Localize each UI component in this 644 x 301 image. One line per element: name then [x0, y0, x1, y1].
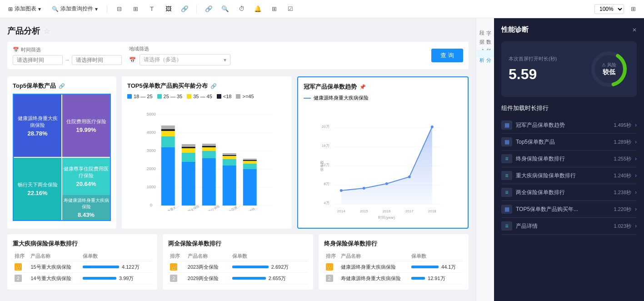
check-icon-btn[interactable]: ☑	[284, 3, 297, 15]
comp-item-5[interactable]: ≡ 两全保险保单数排行 1.238秒 ›	[501, 184, 637, 201]
comp-time-7: 1.023秒	[614, 223, 631, 230]
svg-text:2017: 2017	[405, 209, 413, 213]
bar-cell: 3.99万	[83, 275, 150, 282]
image-icon-btn[interactable]: 🖼	[162, 3, 175, 15]
comp-item-6[interactable]: ▦ TOP5保单数产品购买年... 1.220秒 ›	[501, 201, 637, 218]
add-query-button[interactable]: 🔍 添加查询控件 ▾	[48, 3, 101, 15]
svg-text:保单数: 保单数	[320, 161, 324, 171]
svg-rect-22	[182, 144, 195, 147]
list-icon-5: ≡	[505, 189, 508, 196]
table-row: 👑 2023两全保险 2.692万	[168, 261, 307, 273]
svg-rect-20	[182, 148, 195, 153]
rank-col-header3: 排序	[324, 251, 339, 261]
bar-cell: 2.692万	[232, 264, 306, 271]
svg-rect-27	[202, 146, 216, 147]
top5-title-row: Top5保单数产品 🔗	[13, 82, 111, 90]
top5-bar-title: TOP5保单数产品购买年龄分布	[127, 82, 208, 90]
svg-rect-40	[243, 159, 257, 160]
vtab-field[interactable]: 字段	[477, 23, 494, 30]
svg-rect-39	[243, 160, 257, 161]
comp-arrow-7: ›	[635, 223, 637, 229]
zoom-select[interactable]: 100%	[594, 4, 624, 14]
fit-icon-btn[interactable]: ⊞	[627, 3, 639, 15]
time-to-input[interactable]	[72, 55, 122, 65]
vtab-data[interactable]: 数据	[477, 32, 494, 39]
top5-bar-card: TOP5保单数产品购买年龄分布 🔗 18 — 25 25 — 35 35 — 4…	[122, 76, 292, 229]
list-icon-4: ≡	[505, 172, 508, 179]
top5-bar-link-icon[interactable]: 🔗	[210, 83, 217, 89]
alert-icon-btn[interactable]: 🔔	[251, 3, 264, 15]
link-icon-btn[interactable]: 🔗	[178, 3, 191, 15]
comp-arrow-1: ›	[635, 122, 637, 128]
champion-pin-icon[interactable]: 📌	[359, 84, 366, 90]
svg-text:16万: 16万	[321, 144, 329, 148]
two-complete-title: 两全保险保单数排行	[168, 240, 307, 248]
rank-badge-silver2: 2	[170, 275, 177, 282]
comp-arrow-3: ›	[635, 156, 637, 162]
text-icon-btn[interactable]: T	[145, 3, 158, 15]
region-calendar-icon: 📅	[129, 57, 136, 63]
add-chart-button[interactable]: ⊞ 添加图表 ▾	[5, 3, 45, 15]
share-icon-btn[interactable]: 🔗	[202, 3, 215, 15]
favorite-icon[interactable]: ☆	[44, 27, 50, 35]
comp-item-2[interactable]: ▦ Top5保单数产品 1.289秒 ›	[501, 134, 637, 150]
risk-icon: ⚠ 风险	[602, 62, 616, 68]
comp-icon-4: ≡	[501, 171, 512, 180]
svg-text:3000: 3000	[147, 148, 156, 153]
svg-rect-18	[182, 162, 195, 206]
count-col-header3: 保单数	[409, 251, 463, 261]
bar-fill	[411, 266, 439, 268]
add-query-icon: 🔍	[52, 6, 59, 12]
divider-1	[107, 5, 107, 14]
bar-chart-icon-1: ▦	[504, 122, 509, 128]
vtab-analysis[interactable]: 分析	[477, 50, 494, 57]
perf-close-icon[interactable]: ✕	[632, 27, 637, 33]
history-icon-btn[interactable]: ⏱	[235, 3, 248, 15]
vtab-style[interactable]: 样式	[477, 41, 494, 48]
critical-illness-title: 重大疾病保险保单数排行	[13, 240, 152, 248]
query-dropdown-icon: ▾	[95, 6, 98, 12]
search-icon-btn[interactable]: 🔍	[219, 3, 231, 15]
bar-cell: 44.1万	[411, 264, 461, 271]
comp-item-4[interactable]: ≡ 重大疾病保险保单数排行 1.240秒 ›	[501, 167, 637, 184]
champion-line-card: 冠军产品保单数趋势 📌 健康源终身重大疾病保险 4万 8万 12万 16万 20…	[297, 76, 469, 229]
toolbar-right: 100% ⊞	[594, 3, 639, 15]
rank-badge-gold: 👑	[15, 263, 22, 271]
comp-item-7[interactable]: ≡ 产品详情 1.023秒 ›	[501, 218, 637, 235]
comp-arrow-5: ›	[635, 189, 637, 196]
top5-link-icon[interactable]: 🔗	[59, 83, 65, 89]
champion-title: 冠军产品保单数趋势	[304, 83, 357, 91]
svg-point-63	[430, 125, 433, 128]
svg-rect-15	[161, 129, 175, 131]
svg-text:2016: 2016	[382, 209, 390, 213]
right-sidebar: 性能诊断 ✕ 本次首屏打开时长(秒) 5.59	[494, 18, 644, 301]
comp-item-3[interactable]: ≡ 终身保险保单数排行 1.255秒 ›	[501, 150, 637, 167]
card-icon-btn[interactable]: ⊞	[129, 3, 142, 15]
region-select[interactable]: 请选择（多选） ▾	[140, 54, 230, 65]
legend-25-35: 25 — 35	[157, 94, 183, 99]
svg-text:0: 0	[150, 203, 152, 207]
comp-time-3: 1.255秒	[614, 156, 631, 162]
comp-item-1[interactable]: ▦ 冠军产品保单数趋势 1.495秒 ›	[501, 117, 637, 134]
table-icon-btn[interactable]: ⊟	[113, 3, 125, 15]
query-button[interactable]: 查 询	[431, 49, 463, 62]
bar-chart-icon-6: ▦	[504, 206, 509, 212]
grid-icon-btn[interactable]: ⊞	[268, 3, 280, 15]
treemap-cell-1: 健康源终身重大疾病保险 28.78%	[14, 95, 61, 157]
comp-time-6: 1.220秒	[614, 206, 631, 213]
arrow-icon: →	[65, 57, 70, 63]
name-col-header2: 产品名称	[186, 251, 230, 261]
time-from-input[interactable]	[13, 55, 63, 65]
bar-chart-icon-2: ▦	[504, 139, 509, 145]
risk-badge: ⚠ 风险 较低	[602, 62, 616, 76]
svg-text:20万: 20万	[321, 125, 329, 129]
svg-rect-12	[161, 147, 175, 206]
svg-text:2015: 2015	[359, 209, 368, 213]
component-section: 组件加载时长排行 ▦ 冠军产品保单数趋势 1.495秒 › ▦ Top5保单数产…	[501, 104, 637, 235]
svg-rect-32	[223, 156, 236, 159]
region-filter-group: 地域筛选 📅 请选择（多选） ▾	[129, 45, 230, 65]
name-col-header: 产品名称	[29, 251, 81, 261]
svg-rect-31	[223, 159, 236, 166]
perf-header: 性能诊断 ✕	[501, 25, 637, 34]
svg-text:2014: 2014	[337, 209, 345, 213]
